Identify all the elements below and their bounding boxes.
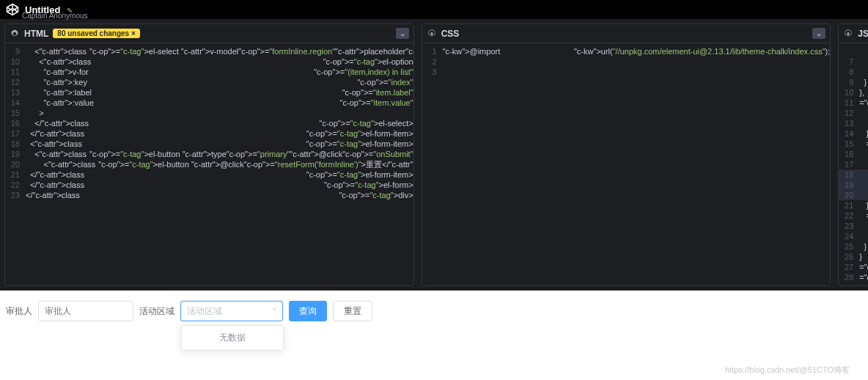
- gear-icon[interactable]: [427, 29, 437, 39]
- js-panel: JS ⌄ region:="c-str">''7 },8 list:[]9 }1…: [838, 23, 868, 286]
- approver-input[interactable]: [38, 301, 133, 321]
- gear-icon[interactable]: [10, 29, 20, 39]
- css-panel: CSS ⌄ 1"c-kw">@import "c-kw">url("//unpk…: [422, 23, 831, 286]
- app-header: Untitled ✎ Captain Anonymous ☁Save ⚙Sett…: [0, 0, 868, 19]
- panel-title: CSS: [441, 29, 460, 39]
- svg-point-4: [847, 32, 850, 35]
- panel-chevron-icon[interactable]: ⌄: [812, 28, 825, 39]
- css-editor[interactable]: 1"c-kw">@import "c-kw">url("//unpkg.com/…: [422, 43, 831, 285]
- select-dropdown[interactable]: 无数据: [181, 325, 284, 351]
- select-placeholder: 活动区域: [187, 305, 222, 318]
- pen-author: Captain Anonymous: [22, 12, 88, 20]
- region-select[interactable]: 活动区域 ˄ 无数据: [180, 301, 283, 321]
- js-editor[interactable]: region:="c-str">''7 },8 list:[]9 }10},11…: [839, 43, 868, 285]
- svg-point-3: [430, 32, 433, 35]
- form-label-approver: 审批人: [6, 301, 32, 321]
- reset-button[interactable]: 重置: [333, 301, 372, 321]
- panel-title: JS: [858, 29, 868, 39]
- query-button[interactable]: 查询: [289, 301, 327, 321]
- codepen-logo-icon: [6, 3, 19, 16]
- gear-icon[interactable]: [843, 29, 853, 39]
- form-label-region: 活动区域: [139, 301, 174, 321]
- editor-panels: HTML 80 unsaved changes × ⌄ 9 <"c-attr">…: [0, 19, 868, 291]
- panel-chevron-icon[interactable]: ⌄: [396, 28, 409, 39]
- html-panel: HTML 80 unsaved changes × ⌄ 9 <"c-attr">…: [4, 23, 414, 286]
- watermark: https://blog.csdn.net/@51CTO博客: [725, 365, 850, 376]
- html-editor[interactable]: 9 <"c-attr">class"c-op">="c-tag">el-sele…: [5, 43, 413, 285]
- panel-title: HTML: [24, 29, 48, 39]
- unsaved-badge[interactable]: 80 unsaved changes ×: [53, 29, 139, 38]
- chevron-up-icon: ˄: [273, 307, 276, 315]
- dropdown-empty: 无数据: [219, 332, 246, 343]
